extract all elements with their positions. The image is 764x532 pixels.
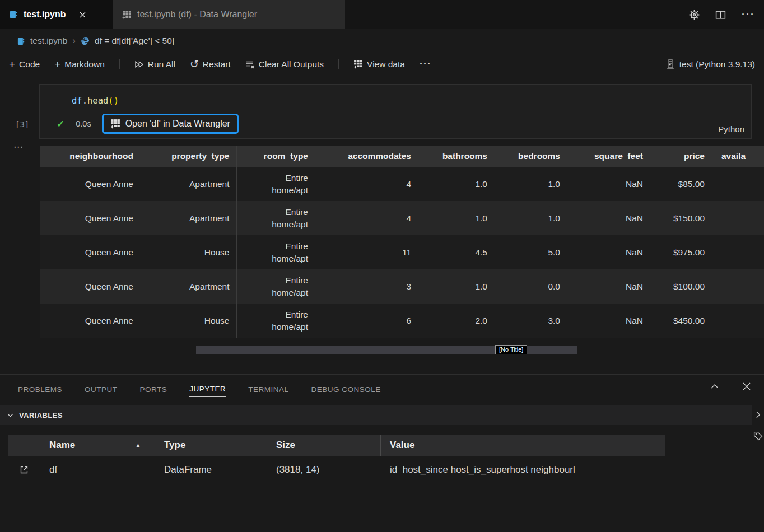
column-header[interactable]: room_type	[236, 146, 315, 167]
table-cell: 4	[315, 201, 418, 235]
chevron-up-icon[interactable]	[710, 382, 719, 390]
open-variable-icon[interactable]	[8, 465, 40, 475]
table-cell: House	[140, 304, 236, 338]
table-cell: $975.00	[650, 235, 711, 269]
table-row: Queen AnneHouseEntire home/apt62.03.0NaN…	[40, 304, 764, 338]
cell-code[interactable]: df.head()	[72, 96, 119, 106]
table-cell: Apartment	[140, 269, 236, 304]
kernel-icon	[666, 59, 675, 69]
dataframe-output: neighbourhood property_type room_type ac…	[40, 146, 764, 338]
restart-button[interactable]: ↺ Restart	[190, 59, 231, 69]
notebook-file-icon	[17, 37, 25, 45]
split-editor-icon[interactable]	[715, 10, 726, 20]
breadcrumb-file[interactable]: test.ipynb	[30, 36, 67, 46]
toolbar-divider	[338, 59, 339, 69]
close-icon[interactable]	[80, 12, 86, 18]
cell-language-picker[interactable]: Python	[718, 124, 744, 134]
table-cell: Queen Anne	[40, 269, 140, 304]
variable-type: DataFrame	[155, 464, 267, 475]
panel-tab-bar: PROBLEMS OUTPUT PORTS JUPYTER TERMINAL D…	[0, 375, 764, 404]
chevron-right-icon[interactable]	[754, 410, 762, 419]
breadcrumb-cell-code[interactable]: df = df[df['Age'] < 50]	[95, 36, 174, 46]
tab-bar-actions: ···	[689, 0, 755, 29]
table-row: Queen AnneHouseEntire home/apt114.55.0Na…	[40, 235, 764, 269]
column-header-value[interactable]: Value	[381, 435, 665, 456]
table-cell: 1.0	[418, 269, 494, 304]
toolbar-more-icon[interactable]: ···	[420, 58, 431, 70]
column-header-name[interactable]: Name ▲	[40, 435, 155, 456]
column-header[interactable]: price	[650, 146, 711, 167]
table-cell: $150.00	[650, 201, 711, 235]
chevron-right-icon: ›	[72, 35, 76, 46]
table-cell: Entire home/apt	[236, 304, 315, 338]
column-header[interactable]: square_feet	[567, 146, 650, 167]
notebook-toolbar: + Code + Markdown Run All ↺ Restart Clea…	[0, 53, 764, 76]
table-cell: 6	[315, 304, 418, 338]
table-cell: Entire home/apt	[236, 167, 315, 201]
code-cell[interactable]: df.head() ✓ 0.0s Open 'df' in Data Wrang…	[39, 84, 752, 139]
toolbar-divider	[119, 59, 120, 69]
code-token: .	[82, 96, 87, 106]
more-actions-icon[interactable]: ···	[742, 9, 755, 21]
table-cell: Queen Anne	[40, 201, 140, 235]
variable-row[interactable]: df DataFrame (3818, 14) id host_since ho…	[8, 456, 665, 484]
clear-all-outputs-button[interactable]: Clear All Outputs	[245, 59, 324, 69]
table-cell: 4.5	[418, 235, 494, 269]
variables-section-header[interactable]: VARIABLES	[0, 405, 752, 425]
view-data-button[interactable]: View data	[353, 59, 405, 69]
close-panel-icon[interactable]	[743, 382, 751, 390]
sort-ascending-icon: ▲	[135, 442, 141, 449]
add-markdown-cell-button[interactable]: + Markdown	[54, 58, 105, 71]
bottom-panel: PROBLEMS OUTPUT PORTS JUPYTER TERMINAL D…	[0, 374, 764, 532]
table-cell: 5.0	[494, 235, 567, 269]
tab-debug-console[interactable]: DEBUG CONSOLE	[311, 382, 381, 397]
tab-terminal[interactable]: TERMINAL	[248, 382, 288, 397]
table-cell: NaN	[567, 269, 650, 304]
view-data-label: View data	[367, 59, 405, 69]
tab-jupyter[interactable]: JUPYTER	[189, 381, 226, 397]
cell-more-actions-icon[interactable]: ⋯	[13, 141, 24, 153]
table-cell: Apartment	[140, 167, 236, 201]
data-wrangler-icon	[122, 10, 132, 20]
success-check-icon: ✓	[57, 118, 64, 130]
table-cell: 1.0	[418, 167, 494, 201]
table-cell	[711, 269, 764, 304]
kernel-picker[interactable]: test (Python 3.9.13)	[666, 59, 755, 69]
column-header[interactable]: property_type	[140, 146, 236, 167]
open-in-data-wrangler-button[interactable]: Open 'df' in Data Wrangler	[102, 114, 239, 134]
column-header-type[interactable]: Type	[155, 435, 267, 456]
data-wrangler-icon	[353, 59, 363, 69]
panel-actions	[710, 382, 751, 390]
breadcrumb: test.ipynb › df = df[df['Age'] < 50]	[0, 29, 764, 53]
column-header[interactable]: bedrooms	[494, 146, 567, 167]
gear-icon[interactable]	[689, 10, 700, 20]
run-all-button[interactable]: Run All	[134, 59, 175, 69]
tab-label: test.ipynb (df) - Data Wrangler	[137, 10, 257, 20]
tag-icon[interactable]	[753, 431, 763, 441]
restart-icon: ↺	[190, 60, 199, 68]
output-table-body: Queen AnneApartmentEntire home/apt41.01.…	[40, 167, 764, 338]
table-cell: 4	[315, 167, 418, 201]
tab-test-ipynb[interactable]: test.ipynb	[0, 0, 113, 29]
tab-ports[interactable]: PORTS	[140, 382, 167, 397]
tab-data-wrangler[interactable]: test.ipynb (df) - Data Wrangler	[113, 0, 345, 29]
tab-output[interactable]: OUTPUT	[85, 382, 118, 397]
table-cell: Entire home/apt	[236, 235, 315, 269]
table-cell: $450.00	[650, 304, 711, 338]
column-header[interactable]: availa	[711, 146, 764, 167]
cell-duration: 0.0s	[76, 119, 91, 128]
python-icon	[81, 36, 90, 45]
table-cell: 0.0	[494, 269, 567, 304]
table-cell	[711, 167, 764, 201]
table-cell: Entire home/apt	[236, 269, 315, 304]
column-header[interactable]: neighbourhood	[40, 146, 140, 167]
variable-size: (3818, 14)	[267, 464, 381, 475]
column-header-size[interactable]: Size	[267, 435, 381, 456]
table-cell: 3.0	[494, 304, 567, 338]
add-code-cell-button[interactable]: + Code	[9, 58, 40, 71]
table-cell: NaN	[567, 304, 650, 338]
column-header[interactable]: accommodates	[315, 146, 418, 167]
dataframe-table: neighbourhood property_type room_type ac…	[40, 146, 764, 338]
column-header[interactable]: bathrooms	[418, 146, 494, 167]
tab-problems[interactable]: PROBLEMS	[18, 382, 62, 397]
